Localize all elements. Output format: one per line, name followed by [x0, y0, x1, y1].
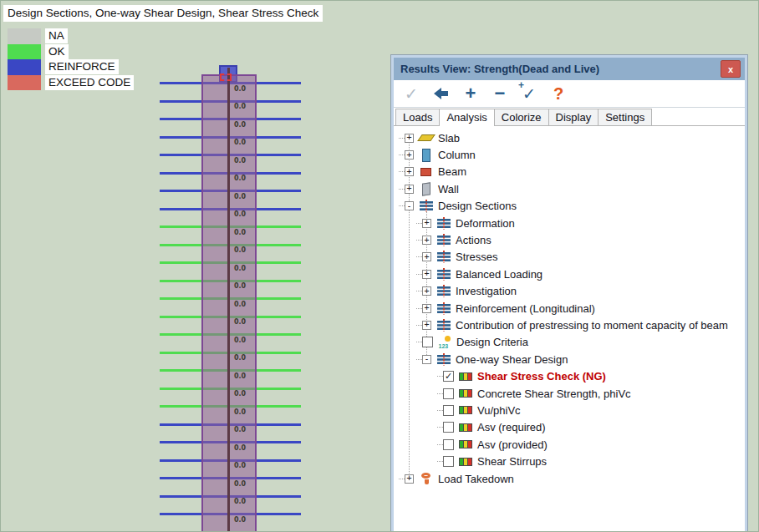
expand-icon[interactable]: + [405, 134, 414, 143]
collapse-icon[interactable]: - [422, 355, 431, 364]
beam-icon [419, 165, 433, 179]
tree-item-actions[interactable]: +Actions [394, 231, 745, 248]
expand-icon[interactable]: + [422, 236, 431, 245]
section-result-value: 0.0 [234, 498, 251, 505]
design-sections-icon [436, 301, 451, 315]
collapse-icon[interactable]: - [405, 201, 414, 210]
tree-dotted-connector [416, 274, 422, 275]
tree-item-stresses[interactable]: +Stresses [394, 249, 745, 266]
section-result-value: 0.0 [234, 282, 251, 290]
expand-icon[interactable]: + [422, 321, 431, 330]
tree-dotted-connector [416, 359, 422, 360]
tree-item-shear-stirrups[interactable]: Shear Stirrups [394, 453, 745, 469]
section-result-value: 0.0 [234, 210, 251, 218]
tab-settings[interactable]: Settings [598, 109, 652, 125]
tree-item-deformation[interactable]: +Deformation [394, 215, 745, 231]
tab-display[interactable]: Display [548, 109, 599, 125]
tree-item-label[interactable]: Investigation [456, 285, 517, 297]
checkbox-checked[interactable]: ✓ [443, 371, 454, 382]
tree-item-label[interactable]: Shear Stirrups [477, 455, 547, 468]
tree-item-shear-stress-check-ng[interactable]: ✓Shear Stress Check (NG) [394, 367, 745, 384]
design-sections-icon [436, 318, 451, 332]
section-result-value: 0.0 [234, 193, 251, 200]
tree-item-label[interactable]: One-way Shear Design [456, 353, 568, 366]
tree-item-label[interactable]: Concrete Shear Strength, phiVc [477, 388, 631, 400]
tree-item-label[interactable]: Wall [438, 183, 459, 195]
tree-item-wall[interactable]: +Wall [394, 180, 745, 197]
tree-item-label[interactable]: Asv (required) [477, 421, 546, 433]
tree-item-label[interactable]: Deformation [456, 217, 515, 230]
checkbox-unchecked[interactable] [443, 422, 454, 433]
section-result-value: 0.0 [234, 354, 251, 362]
apply-all-check-icon[interactable]: ✓+ [522, 84, 537, 104]
tree-item-investigation[interactable]: +Investigation [394, 283, 745, 300]
tree-item-label[interactable]: Shear Stress Check (NG) [477, 370, 606, 383]
tree-item-design-criteria[interactable]: 123Design Criteria [394, 334, 745, 351]
tree-item-label[interactable]: Balanced Loading [456, 268, 543, 281]
result-colorbar-icon [458, 421, 472, 434]
column-icon [419, 149, 433, 162]
panel-toolbar: ✓+−✓+? [394, 80, 745, 108]
tab-colorize[interactable]: Colorize [494, 109, 549, 125]
tree-item-vu-phivc[interactable]: Vu/phiVc [394, 402, 745, 418]
panel-titlebar[interactable]: Results View: Strength(Dead and Live) x [394, 58, 745, 80]
tree-item-label[interactable]: Beam [438, 165, 466, 178]
checkbox-unchecked[interactable] [443, 388, 454, 399]
tree-item-balanced-loading[interactable]: +Balanced Loading [394, 266, 745, 282]
result-colorbar-icon [458, 387, 472, 400]
tree-item-beam[interactable]: +Beam [394, 164, 745, 180]
design-sections-icon [436, 216, 451, 230]
tree-dotted-connector [399, 171, 405, 172]
expand-icon[interactable]: + [405, 185, 414, 194]
tree-item-label[interactable]: Contribution of prestressing to moment c… [456, 319, 728, 332]
tree-item-label[interactable]: Actions [456, 234, 492, 246]
remove-icon[interactable]: − [492, 84, 507, 104]
checkbox-unchecked[interactable] [422, 337, 433, 347]
tree-item-label[interactable]: Asv (provided) [477, 438, 548, 451]
legend-row: REINFORCE [8, 59, 134, 75]
tree-item-one-way-shear-design[interactable]: -One-way Shear Design [394, 351, 745, 367]
close-button[interactable]: x [721, 60, 741, 78]
expand-icon[interactable]: + [405, 150, 414, 160]
tree-item-reinforcement-longitudinal[interactable]: +Reinforcement (Longitudinal) [394, 300, 745, 317]
tree-item-label[interactable]: Reinforcement (Longitudinal) [456, 302, 595, 315]
tree-item-label[interactable]: Slab [438, 132, 460, 144]
expand-icon[interactable]: + [422, 252, 431, 261]
expand-icon[interactable]: + [405, 474, 414, 484]
section-result-value: 0.0 [234, 157, 251, 165]
tab-loads[interactable]: Loads [395, 109, 440, 125]
back-arrow-icon[interactable] [433, 84, 449, 104]
expand-icon[interactable]: + [422, 304, 431, 313]
checkbox-unchecked[interactable] [443, 439, 454, 450]
tree-item-design-sections[interactable]: -Design Sections [394, 198, 745, 215]
section-result-value: 0.0 [234, 408, 251, 416]
tree-item-asv-required[interactable]: Asv (required) [394, 419, 745, 436]
expand-icon[interactable]: + [422, 270, 431, 279]
tree-item-label[interactable]: Column [438, 149, 476, 161]
confirm-check-icon[interactable]: ✓ [404, 84, 419, 104]
section-result-value: 0.0 [234, 337, 251, 344]
checkbox-unchecked[interactable] [443, 405, 454, 416]
expand-icon[interactable]: + [422, 286, 431, 296]
tree-item-concrete-shear-strength-phivc[interactable]: Concrete Shear Strength, phiVc [394, 385, 745, 402]
tree-dotted-connector [399, 205, 405, 206]
tree-item-label[interactable]: Design Sections [438, 200, 517, 212]
tree-item-label[interactable]: Vu/phiVc [477, 404, 521, 417]
section-result-value: 0.0 [234, 301, 251, 308]
add-icon[interactable]: + [463, 84, 478, 104]
tab-analysis[interactable]: Analysis [439, 109, 494, 126]
slab-icon [419, 131, 433, 144]
section-result-value: 0.0 [234, 85, 251, 93]
tree-item-load-takedown[interactable]: +Load Takedown [394, 470, 745, 487]
checkbox-unchecked[interactable] [443, 456, 454, 467]
expand-icon[interactable]: + [405, 167, 414, 176]
tree-item-asv-provided[interactable]: Asv (provided) [394, 436, 745, 453]
tree-item-label[interactable]: Load Takedown [438, 473, 514, 485]
tree-item-slab[interactable]: +Slab [394, 129, 745, 146]
tree-item-label[interactable]: Stresses [456, 251, 498, 263]
help-icon[interactable]: ? [551, 84, 566, 104]
tree-item-label[interactable]: Design Criteria [456, 336, 528, 348]
tree-item-column[interactable]: +Column [394, 146, 745, 163]
tree-item-contribution-of-prestressing-to-moment-capacity-of-beam[interactable]: +Contribution of prestressing to moment … [394, 317, 745, 333]
expand-icon[interactable]: + [422, 219, 431, 228]
